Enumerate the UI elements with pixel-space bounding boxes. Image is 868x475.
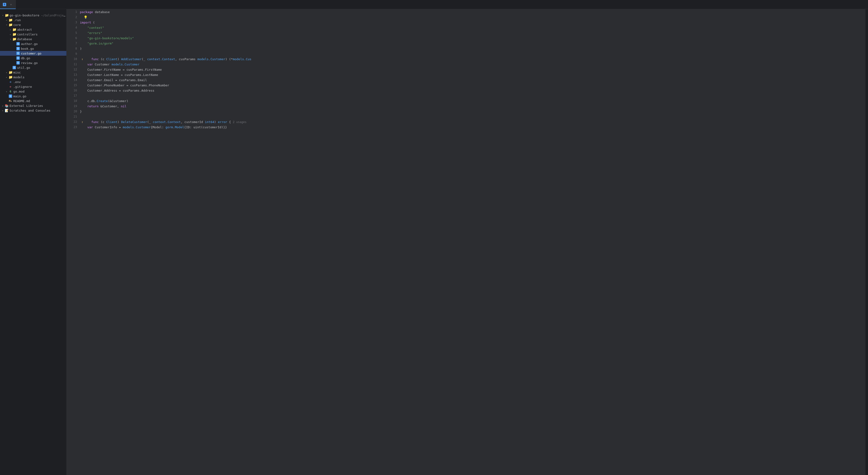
tab-more-button[interactable]	[863, 0, 868, 9]
token-22-9: )	[214, 119, 218, 125]
token-18-0: c.db.	[80, 98, 97, 104]
tree-chevron-controllers: ▸	[8, 32, 12, 36]
token-22-11: {	[227, 119, 232, 125]
tree-item-abstract[interactable]: ▸📁abstract	[0, 27, 66, 32]
folder-icon: 📁	[8, 75, 12, 79]
code-line-6: "go-gin-bookstore/models"	[80, 36, 865, 41]
line-num-2: 2	[67, 15, 80, 20]
token-10-7: , cusParams	[175, 57, 197, 62]
tree-item-scratches[interactable]: ▸📝Scratches and Consoles	[0, 108, 66, 113]
warn-icon-line-22: ↑	[80, 120, 85, 124]
tree-label-models: models	[13, 76, 25, 79]
token-1-2: database	[95, 9, 110, 15]
tree-item-external-libs[interactable]: ▸📚External Libraries	[0, 103, 66, 108]
token-4-1: "context"	[87, 25, 104, 30]
tree-item-readme[interactable]: M↓README.md	[0, 98, 66, 103]
token-22-10: error	[218, 119, 227, 125]
token-6-0	[80, 36, 87, 41]
token-23-6: {ID: uint(customerId)}}	[184, 125, 227, 130]
tree-chevron-abstract: ▸	[8, 28, 12, 31]
token-10-9: ) (	[225, 57, 231, 62]
tree-chevron-misc: ▸	[5, 70, 8, 74]
code-line-18: c.db.Create(&Customer)	[80, 98, 865, 104]
tree-chevron-main-go	[5, 94, 8, 98]
code-line-11: var Customer models.Customer	[80, 62, 865, 67]
tree-item-misc[interactable]: ▸📁misc	[0, 70, 66, 75]
folder-icon: 📁	[12, 37, 16, 41]
token-11-1: var	[87, 62, 93, 67]
line-num-3: 3	[67, 20, 80, 25]
tree-item-run[interactable]: ▸📁.run	[0, 18, 66, 22]
token-7-0	[80, 41, 87, 46]
tree-item-controllers[interactable]: ▸📁controllers	[0, 32, 66, 37]
token-13-0: Customer.LastName = cusParams.LastName	[80, 72, 158, 78]
tree-item-book-go[interactable]: Gbook.go	[0, 46, 66, 51]
token-22-1: (c	[99, 119, 106, 125]
line-num-21: 21	[67, 114, 80, 119]
tree-label-db-go: db.go	[21, 56, 30, 60]
gitignore-icon: ⊘	[8, 85, 12, 89]
token-3-0: import	[80, 20, 91, 25]
tab-close-button[interactable]: ×	[9, 3, 13, 6]
tree-item-main-go[interactable]: Gmain.go	[0, 94, 66, 98]
token-6-1: "go-gin-bookstore/models"	[87, 36, 134, 41]
tree-item-gitignore[interactable]: ⊘.gitignore	[0, 84, 66, 89]
tree-chevron-db-go	[12, 56, 16, 60]
token-23-5: gorm.Model	[165, 125, 184, 130]
token-10-2: Client	[106, 57, 118, 62]
line-num-14: 14	[67, 78, 80, 83]
line-num-16: 16	[67, 88, 80, 93]
token-10-4: AddCustomer	[121, 57, 142, 62]
tree-item-author-go[interactable]: Gauthor.go	[0, 41, 66, 46]
code-line-3: import (	[80, 20, 865, 25]
env-icon: ⚙	[8, 80, 12, 84]
tree-item-root[interactable]: ▾📁go-gin-bookstore ~/GolandProjects/go-g…	[0, 13, 66, 18]
tree-item-database[interactable]: ▾📁database	[0, 37, 66, 41]
token-14-0: Customer.Email = cusParams.Email	[80, 78, 147, 83]
token-8-0: )	[80, 46, 82, 51]
tree-item-go-mod[interactable]: ▸Ggo.mod	[0, 89, 66, 94]
go-file-icon: G	[16, 42, 20, 46]
line-num-9: 9	[67, 51, 80, 57]
scrollbar-right[interactable]	[865, 9, 868, 475]
tree-item-core[interactable]: ▾📁core	[0, 22, 66, 27]
tree-label-util-go: util.go	[17, 66, 30, 69]
token-10-1: (c	[99, 57, 106, 62]
token-19-0	[80, 104, 87, 109]
tree-label-run: .run	[13, 18, 21, 22]
tree-item-models[interactable]: ▸📁models	[0, 75, 66, 80]
token-22-4: DeleteCustomer	[121, 119, 147, 125]
go-file-icon: G	[12, 66, 16, 69]
tree-item-customer-go[interactable]: Gcustomer.go	[0, 51, 66, 56]
token-10-11: models.Cus	[233, 57, 251, 62]
tree-chevron-readme	[5, 99, 8, 103]
tree-item-util-go[interactable]: Gutil.go	[0, 65, 66, 70]
code-line-20: }	[80, 109, 865, 114]
main-layout: ▾📁go-gin-bookstore ~/GolandProjects/go-g…	[0, 9, 868, 475]
tree-item-env[interactable]: ⚙.env	[0, 80, 66, 84]
tree-chevron-core: ▾	[5, 23, 8, 27]
folder-icon: 📁	[12, 32, 16, 36]
mod-icon: G	[8, 89, 12, 93]
tree-chevron-customer-go	[12, 51, 16, 55]
editor-area: 1234567891011121314151617181920212223 pa…	[67, 9, 868, 475]
tree-chevron-run: ▸	[5, 18, 8, 22]
code-line-10: ▶↑func (c Client) AddCustomer(_ context.…	[80, 57, 865, 62]
token-22-7: , customerId	[181, 119, 205, 125]
line-num-13: 13	[67, 72, 80, 78]
sidebar-header[interactable]	[0, 9, 66, 13]
tab-customer-go[interactable]: G ×	[0, 0, 16, 9]
code-line-8: )	[80, 46, 865, 51]
tree-item-review-go[interactable]: Greview.go	[0, 60, 66, 65]
code-line-19: return &Customer, nil	[80, 104, 865, 109]
token-23-3: models.Customer	[123, 125, 151, 130]
token-22-2: Client	[106, 119, 118, 125]
line-num-11: 11	[67, 62, 80, 67]
code-content[interactable]: package database 💡import ( "context" "er…	[80, 9, 865, 475]
file-tree: ▾📁go-gin-bookstore ~/GolandProjects/go-g…	[0, 13, 66, 113]
code-line-21	[80, 114, 865, 119]
tree-item-db-go[interactable]: Gdb.go	[0, 56, 66, 60]
token-10-3: )	[118, 57, 121, 62]
code-line-2: 💡	[80, 15, 865, 20]
token-15-0: Customer.PhoneNumber = cusParams.PhoneNu…	[80, 83, 169, 88]
